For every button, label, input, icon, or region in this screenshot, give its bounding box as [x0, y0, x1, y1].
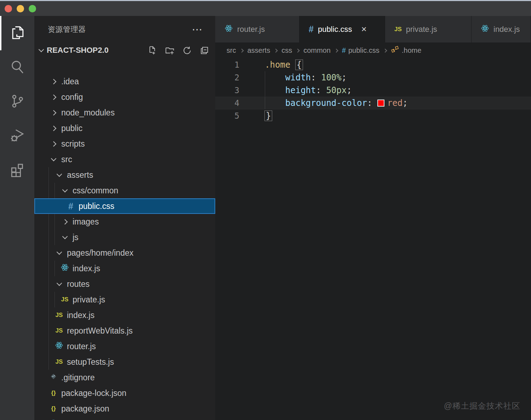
tree-item-index-js[interactable]: JS index.js	[34, 307, 215, 323]
tree-item-public-css[interactable]: # public.css	[34, 198, 215, 214]
tree-item--gitignore[interactable]: .gitignore	[34, 370, 215, 385]
collapse-all-button[interactable]	[199, 45, 210, 56]
breadcrumb-label: css	[281, 46, 292, 55]
color-swatch[interactable]	[377, 100, 384, 107]
tab-router-js[interactable]: router.js	[215, 16, 299, 42]
file-tree: .idea config node_modules public scripts…	[34, 74, 215, 420]
css-file-icon: #	[68, 201, 73, 211]
activity-item-source-control[interactable]	[0, 84, 34, 118]
breadcrumb-label: .home	[402, 46, 422, 55]
new-folder-button[interactable]	[165, 45, 175, 56]
close-tab-icon[interactable]: ×	[361, 24, 367, 35]
more-actions-icon[interactable]: ⋯	[192, 28, 202, 31]
tab-public-css[interactable]: # public.css ×	[299, 16, 385, 42]
git-icon	[49, 372, 58, 383]
tree-item-label: package.json	[61, 404, 109, 414]
close-window-button[interactable]	[5, 5, 12, 12]
activity-item-search[interactable]	[0, 50, 34, 84]
breadcrumb-item-common[interactable]: common	[303, 46, 331, 55]
maximize-window-button[interactable]	[29, 5, 36, 12]
tree-item-images[interactable]: images	[34, 214, 215, 229]
tree-item-index-js[interactable]: index.js	[34, 261, 215, 276]
tree-item-css-common[interactable]: css/common	[34, 183, 215, 198]
css-file-icon: #	[309, 24, 314, 34]
tree-item--idea[interactable]: .idea	[34, 74, 215, 89]
tree-item-node-modules[interactable]: node_modules	[34, 105, 215, 120]
tree-item-package-json[interactable]: {} package.json	[34, 401, 215, 416]
code-line-1[interactable]: 1 .home {	[215, 58, 531, 71]
tree-item-js[interactable]: js	[34, 229, 215, 245]
minimize-window-button[interactable]	[17, 5, 24, 12]
tab-private-js[interactable]: JS private.js	[385, 16, 472, 42]
react-icon	[55, 341, 63, 352]
tree-item-asserts[interactable]: asserts	[34, 167, 215, 183]
tree-item-glyph: JS	[55, 311, 64, 320]
breadcrumb-item-public-css[interactable]: #public.css	[342, 46, 379, 55]
new-file-button[interactable]	[147, 45, 158, 56]
active-view-indicator	[0, 16, 1, 50]
watermark: @稀土掘金技术社区	[444, 401, 520, 412]
code-line-2[interactable]: 2 width: 100%;	[215, 71, 531, 84]
line-number: 3	[215, 86, 247, 95]
tree-item-setuptests-js[interactable]: JS setupTests.js	[34, 354, 215, 370]
code-line-4[interactable]: 4 background-color: red;	[215, 97, 531, 109]
tree-item-glyph: JS	[60, 295, 69, 304]
tree-item-label: scripts	[61, 139, 85, 149]
new-folder-icon	[165, 45, 175, 56]
breadcrumb-item--home[interactable]: .home	[391, 45, 422, 56]
tree-item-readme-md[interactable]: README.md	[34, 416, 215, 420]
code-token	[265, 73, 285, 83]
activity-item-run-debug[interactable]	[0, 118, 34, 152]
tab-index-js[interactable]: index.js	[472, 16, 531, 42]
refresh-button[interactable]	[182, 45, 192, 56]
explorer-title: 资源管理器	[48, 24, 86, 34]
tree-item-router-js[interactable]: router.js	[34, 339, 215, 354]
breadcrumb-label: common	[303, 46, 331, 55]
code-token: red	[387, 98, 402, 108]
tree-item-src[interactable]: src	[34, 152, 215, 167]
tree-item-routes[interactable]: routes	[34, 276, 215, 292]
js-file-icon: JS	[61, 296, 69, 303]
tab-file-icon	[481, 24, 489, 35]
tab-file-icon: #	[309, 24, 314, 34]
react-atom-icon	[61, 263, 69, 272]
editor-area: router.js # public.css × JS private.js i…	[215, 16, 531, 420]
code-token: }	[265, 111, 272, 121]
project-section-header[interactable]: REACT-SHOP2.0	[34, 42, 215, 58]
tree-item-glyph	[49, 108, 58, 117]
breadcrumb-item-css[interactable]: css	[281, 46, 292, 55]
code-line-3[interactable]: 3 height: 50px;	[215, 84, 531, 97]
tab-label: index.js	[493, 25, 520, 34]
code-token: 50px	[326, 85, 347, 95]
code-line-5[interactable]: 5 }	[215, 109, 531, 122]
code-token: ;	[402, 98, 407, 108]
code-editor[interactable]: 1 .home { 2 width: 100%; 3 height: 50px;…	[215, 58, 531, 420]
code-token	[321, 85, 326, 95]
code-line-content: .home {	[265, 60, 303, 70]
tree-item-reportwebvitals-js[interactable]: JS reportWebVitals.js	[34, 323, 215, 339]
tree-item-label: private.js	[73, 295, 105, 305]
react-icon	[224, 24, 233, 35]
line-number: 2	[215, 73, 247, 82]
tree-item-public[interactable]: public	[34, 120, 215, 136]
breadcrumb-item-asserts[interactable]: asserts	[247, 46, 270, 55]
run-debug-icon	[9, 127, 25, 143]
tree-item-scripts[interactable]: scripts	[34, 136, 215, 152]
activity-item-extensions[interactable]	[0, 152, 34, 186]
tree-item-glyph	[49, 373, 58, 382]
activity-item-explorer[interactable]	[0, 16, 34, 50]
tree-item-config[interactable]: config	[34, 89, 215, 105]
window-top-edge	[0, 0, 531, 1]
code-line-content: background-color: red;	[265, 98, 408, 108]
code-token	[265, 85, 285, 95]
tree-item-private-js[interactable]: JS private.js	[34, 292, 215, 307]
class-symbol-icon	[391, 45, 399, 54]
code-token: ;	[342, 73, 347, 83]
code-token	[316, 73, 321, 83]
tree-item-label: .gitignore	[61, 373, 95, 382]
tree-item-glyph	[55, 248, 64, 257]
tree-item-glyph	[49, 139, 58, 148]
tree-item-pages-home-index[interactable]: pages/home/index	[34, 245, 215, 261]
breadcrumb-item-src[interactable]: src	[227, 46, 236, 55]
tree-item-package-lock-json[interactable]: {} package-lock.json	[34, 385, 215, 401]
